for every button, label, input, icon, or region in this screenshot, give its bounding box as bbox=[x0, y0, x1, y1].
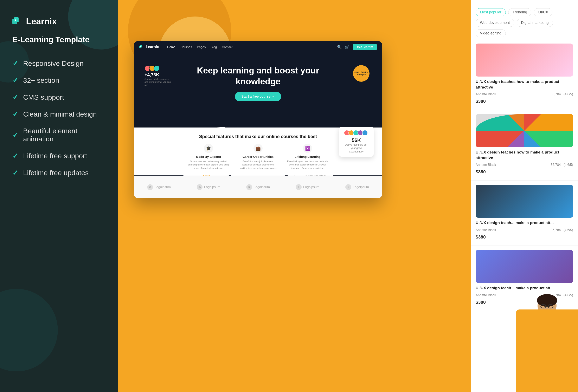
course-title-3: UI/UX design teach... make a product att… bbox=[476, 220, 573, 226]
course-thumb-2 bbox=[476, 114, 573, 147]
logo-label-4: Logoipsum bbox=[303, 185, 319, 189]
get-learnix-button[interactable]: Get Learnix bbox=[353, 44, 377, 50]
hero-stat-label: Source, articles, courses and literature… bbox=[144, 78, 171, 87]
course-price-row-1: $380 bbox=[476, 99, 573, 104]
feature-updates: ✓ Lifetime free updates bbox=[12, 169, 105, 177]
browser-logo: Learnix bbox=[139, 45, 159, 49]
logo-5: ✦ Logoipsum bbox=[345, 184, 369, 190]
logo-2: ◎ Logoipsum bbox=[197, 184, 220, 190]
s-avatar-5 bbox=[362, 130, 368, 136]
logo-icon-4: ≡ bbox=[296, 184, 302, 190]
course-price-row-2: $380 bbox=[476, 169, 573, 174]
hero-stat: +4,73K Source, articles, courses and lit… bbox=[144, 65, 171, 87]
hero-avatars bbox=[144, 65, 171, 71]
feature-list: ✓ Responsive Design ✓ 32+ section ✓ CMS … bbox=[12, 59, 105, 177]
check-icon-3: ✓ bbox=[12, 93, 18, 101]
check-icon-2: ✓ bbox=[12, 76, 18, 84]
check-icon-4: ✓ bbox=[12, 110, 18, 118]
start-btn[interactable]: Start a free course → bbox=[235, 92, 281, 101]
course-price-row-3: $380 bbox=[476, 234, 573, 240]
svg-rect-1 bbox=[14, 17, 19, 22]
logo-icon bbox=[12, 17, 23, 26]
course-title-1: UI/UX design teaches how to make a produ… bbox=[476, 79, 573, 90]
sidebar-course-1: UI/UX design teaches how to make a produ… bbox=[471, 44, 578, 110]
logo-text: Learnix bbox=[26, 16, 57, 26]
logo-3: ✕ Logoipsum bbox=[246, 184, 270, 190]
course-thumb-4 bbox=[476, 250, 573, 283]
logo-icon-1: ⊕ bbox=[147, 184, 153, 190]
course-thumb-3 bbox=[476, 185, 573, 218]
check-icon-5: ✓ bbox=[12, 131, 18, 139]
check-icon-7: ✓ bbox=[12, 169, 18, 177]
tab-trending[interactable]: Trending bbox=[508, 8, 531, 16]
course-price-4: $380 bbox=[476, 300, 486, 305]
bf-title-1: Made By Experts bbox=[188, 155, 229, 158]
logo-1: ⊕ Logoipsum bbox=[147, 184, 171, 190]
feature-responsive: ✓ Responsive Design bbox=[12, 59, 105, 67]
template-title: E-Learning Template bbox=[12, 35, 105, 45]
left-panel: Learnix E-Learning Template ✓ Responsive… bbox=[0, 0, 118, 392]
feature-sections: ✓ 32+ section bbox=[12, 76, 105, 84]
person-bg bbox=[516, 309, 578, 392]
stat-number: 56K bbox=[344, 137, 369, 143]
tab-web-dev[interactable]: Web development bbox=[476, 19, 514, 27]
features-grid: 🎓 Made By Experts Our courses are meticu… bbox=[146, 144, 370, 170]
sidebar-course-3: UI/UX design teach... make a product att… bbox=[471, 180, 578, 246]
bf-desc-1: Our courses are meticulously crafted and… bbox=[188, 160, 229, 170]
person-area bbox=[516, 289, 578, 392]
course-price-2: $380 bbox=[476, 169, 486, 174]
logo-label-3: Logoipsum bbox=[254, 185, 270, 189]
feature-label-2: 32+ section bbox=[23, 76, 59, 84]
tab-most-popular[interactable]: Most popular bbox=[476, 8, 506, 16]
browser-nav-links: Home Courses Pages Blog Contact bbox=[167, 45, 233, 49]
feature-clean: ✓ Clean & minimal design bbox=[12, 110, 105, 118]
nav-blog[interactable]: Blog bbox=[211, 45, 217, 49]
deco-circle-bottom bbox=[0, 289, 58, 371]
search-icon[interactable]: 🔍 bbox=[337, 45, 342, 49]
logo-icon-3: ✕ bbox=[246, 184, 252, 190]
feature-label-3: CMS support bbox=[23, 93, 64, 101]
course-rating-3: 56,784 · (4.6/5) bbox=[551, 228, 573, 232]
logo-icon-5: ✦ bbox=[345, 184, 351, 190]
course-price-3: $380 bbox=[476, 234, 486, 240]
course-rating-2: 56,784 · (4.6/5) bbox=[551, 163, 573, 167]
hero-badge: Learn · Inspire · Manage · bbox=[353, 65, 370, 82]
logo-label-1: Logoipsum bbox=[155, 185, 171, 189]
nav-contact[interactable]: Contact bbox=[222, 45, 233, 49]
check-icon-6: ✓ bbox=[12, 152, 18, 160]
course-author-1: Annette Black bbox=[476, 92, 496, 96]
browser-logo-icon bbox=[139, 45, 144, 49]
features-title: Special features that make our online co… bbox=[146, 134, 370, 140]
nav-pages[interactable]: Pages bbox=[197, 45, 206, 49]
bf-icon-2: 💼 bbox=[253, 144, 263, 153]
nav-courses[interactable]: Courses bbox=[180, 45, 192, 49]
course-meta-1: Annette Black 56,784 · (4.6/5) bbox=[476, 92, 573, 96]
bf-desc-3: Enjoy lifelong access to course material… bbox=[287, 160, 328, 170]
feature-label-7: Lifetime free updates bbox=[23, 169, 89, 177]
bf-desc-2: Benefit from our job placement assistanc… bbox=[237, 160, 279, 170]
svg-rect-3 bbox=[140, 45, 142, 47]
check-icon-1: ✓ bbox=[12, 59, 18, 67]
stat-label: Active members per year grow exponential… bbox=[344, 143, 369, 154]
browser-nav-right: 🔍 🛒 Get Learnix bbox=[337, 44, 377, 50]
feature-support: ✓ Lifetime free support bbox=[12, 152, 105, 160]
filter-tabs: Most popular Trending UI/UX Web developm… bbox=[471, 4, 578, 44]
sidebar-course-2: UI/UX design teaches how to make a produ… bbox=[471, 110, 578, 180]
course-title-2: UI/UX design teaches how to make a produ… bbox=[476, 150, 573, 161]
nav-home[interactable]: Home bbox=[167, 45, 176, 49]
tab-uiux[interactable]: UI/UX bbox=[534, 8, 552, 16]
browser-logo-label: Learnix bbox=[146, 45, 159, 49]
feature-cms: ✓ CMS support bbox=[12, 93, 105, 101]
tab-video-editing[interactable]: Video editing bbox=[476, 29, 506, 37]
bf-card-3: ♾️ Lifelong Learning Enjoy lifelong acce… bbox=[287, 144, 328, 170]
browser-logos: ⊕ Logoipsum ◎ Logoipsum ✕ Logoipsum ≡ Lo… bbox=[134, 175, 382, 198]
cart-icon[interactable]: 🛒 bbox=[345, 45, 349, 49]
browser-mockup: Learnix Home Courses Pages Blog Contact … bbox=[134, 41, 382, 198]
hero-stat-number: +4,73K bbox=[144, 72, 171, 78]
tab-digital-marketing[interactable]: Digital marketing bbox=[517, 19, 553, 27]
hero-title: Keep learning and boost your knowledge bbox=[196, 65, 320, 87]
bf-icon-3: ♾️ bbox=[303, 144, 312, 153]
right-panel: Learnix Home Courses Pages Blog Contact … bbox=[118, 0, 578, 392]
svg-point-5 bbox=[537, 294, 557, 307]
stat-card-right: 56K Active members per year grow exponen… bbox=[339, 127, 374, 157]
